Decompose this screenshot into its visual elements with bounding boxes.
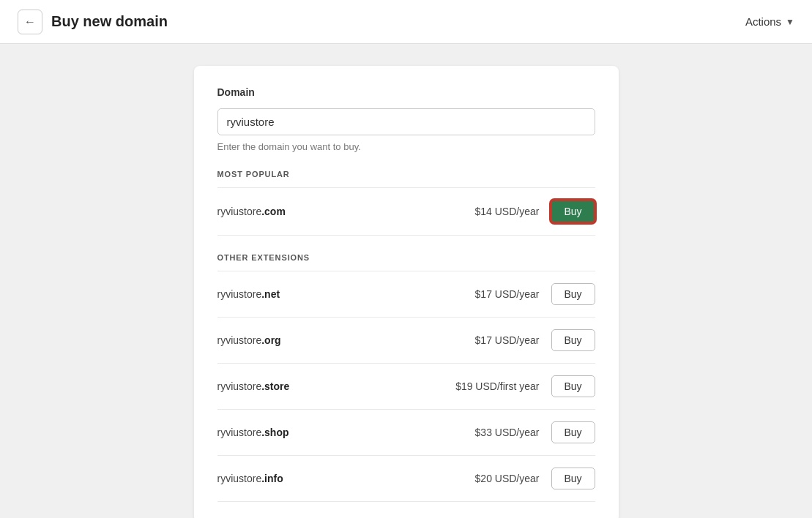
buy-button-shop[interactable]: Buy xyxy=(551,421,595,443)
price-com: $14 USD/year xyxy=(451,206,539,217)
domain-name-org: ryviustore.org xyxy=(217,334,281,346)
domain-input-hint: Enter the domain you want to buy. xyxy=(217,141,595,152)
other-extensions-section: OTHER EXTENSIONS ryviustore.net $17 USD/… xyxy=(217,253,595,502)
buy-button-net[interactable]: Buy xyxy=(551,283,595,305)
actions-label: Actions xyxy=(745,15,781,28)
actions-button[interactable]: Actions ▼ xyxy=(745,15,794,28)
buy-button-info[interactable]: Buy xyxy=(551,468,595,489)
domain-name-shop: ryviustore.shop xyxy=(217,427,289,438)
domain-right-store: $19 USD/first year Buy xyxy=(452,375,595,397)
domain-name-info: ryviustore.info xyxy=(217,473,283,484)
page-title: Buy new domain xyxy=(51,13,168,30)
price-store: $19 USD/first year xyxy=(452,380,540,392)
domain-right-com: $14 USD/year Buy xyxy=(451,200,595,223)
back-button[interactable]: ← xyxy=(18,10,42,34)
other-extensions-label: OTHER EXTENSIONS xyxy=(217,253,595,262)
table-row: ryviustore.info $20 USD/year Buy xyxy=(217,456,595,502)
price-info: $20 USD/year xyxy=(452,473,540,484)
header-left: ← Buy new domain xyxy=(18,10,168,34)
domain-right-info: $20 USD/year Buy xyxy=(452,468,595,489)
buy-button-store[interactable]: Buy xyxy=(551,375,595,397)
domain-input[interactable] xyxy=(217,108,595,135)
price-shop: $33 USD/year xyxy=(452,427,540,438)
table-row: ryviustore.com $14 USD/year Buy xyxy=(217,188,595,236)
domain-name-net: ryviustore.net xyxy=(217,288,280,300)
main-content: Domain Enter the domain you want to buy.… xyxy=(0,44,812,518)
other-extensions-list: ryviustore.net $17 USD/year Buy ryviusto… xyxy=(217,271,595,502)
table-row: ryviustore.net $17 USD/year Buy xyxy=(217,271,595,318)
domain-right-org: $17 USD/year Buy xyxy=(452,329,595,351)
chevron-down-icon: ▼ xyxy=(786,17,794,27)
domain-card: Domain Enter the domain you want to buy.… xyxy=(194,66,619,518)
buy-button-org[interactable]: Buy xyxy=(551,329,595,351)
domain-input-wrapper xyxy=(217,108,595,135)
most-popular-label: MOST POPULAR xyxy=(217,170,595,179)
domain-right-net: $17 USD/year Buy xyxy=(452,283,595,305)
domain-name-store: ryviustore.store xyxy=(217,380,290,392)
domain-name-com: ryviustore.com xyxy=(217,206,286,217)
header: ← Buy new domain Actions ▼ xyxy=(0,0,812,44)
table-row: ryviustore.store $19 USD/first year Buy xyxy=(217,364,595,410)
back-icon: ← xyxy=(24,15,36,29)
domain-right-shop: $33 USD/year Buy xyxy=(452,421,595,443)
most-popular-section: MOST POPULAR ryviustore.com $14 USD/year… xyxy=(217,170,595,236)
price-org: $17 USD/year xyxy=(452,334,540,346)
table-row: ryviustore.org $17 USD/year Buy xyxy=(217,318,595,364)
table-row: ryviustore.shop $33 USD/year Buy xyxy=(217,410,595,456)
most-popular-list: ryviustore.com $14 USD/year Buy xyxy=(217,187,595,236)
domain-section-label: Domain xyxy=(217,86,595,98)
buy-button-com[interactable]: Buy xyxy=(551,200,595,223)
price-net: $17 USD/year xyxy=(452,288,540,300)
